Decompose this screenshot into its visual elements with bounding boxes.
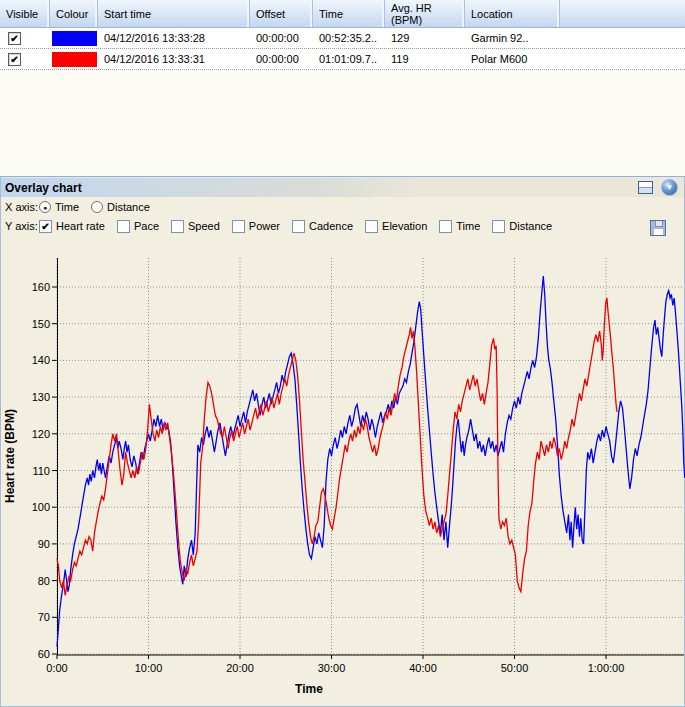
table-empty-area [0, 70, 685, 176]
column-header-colour[interactable]: Colour [50, 0, 98, 27]
checkbox-heart-rate[interactable]: ✔ [39, 220, 52, 233]
radio-time[interactable]: ● [39, 201, 51, 213]
column-header-offset[interactable]: Offset [250, 0, 313, 27]
y-tick-label: 100 [32, 501, 50, 513]
column-header-time[interactable]: Time [313, 0, 385, 27]
avg-hr-cell: 129 [385, 32, 465, 44]
panel-header: Overlay chart ▼ [1, 177, 684, 197]
chevron-down-icon: ▼ [666, 184, 674, 192]
checkbox-cadence[interactable] [292, 220, 305, 233]
radio-distance[interactable] [91, 201, 103, 213]
y-tick-label: 70 [38, 611, 50, 623]
y-tick-label: 90 [38, 538, 50, 550]
checkbox-time-label[interactable]: Time [456, 220, 480, 232]
x-tick-label: 20:00 [226, 662, 254, 674]
column-header-start-time[interactable]: Start time [98, 0, 250, 27]
time-cell: 01:01:09.7.. [313, 53, 385, 65]
visible-checkbox[interactable]: ✔ [8, 53, 21, 66]
visible-checkbox[interactable]: ✔ [8, 32, 21, 45]
window-icon[interactable] [638, 181, 653, 194]
save-icon[interactable] [650, 220, 666, 236]
y-tick-label: 130 [32, 391, 50, 403]
x-axis-title: Time [295, 682, 323, 696]
avg-hr-cell: 119 [385, 53, 465, 65]
x-tick-label: 1:00:00 [588, 662, 625, 674]
location-cell: Garmin 92.. [465, 32, 560, 44]
checkbox-cadence-label[interactable]: Cadence [309, 220, 353, 232]
y-axis-controls: Y axis: ✔ Heart rate Pace Speed Power Ca… [1, 217, 684, 245]
checkbox-heart-rate-label[interactable]: Heart rate [56, 220, 105, 232]
x-axis-label: X axis: [5, 201, 39, 213]
panel-title: Overlay chart [1, 181, 638, 195]
x-axis-controls: X axis: ● Time Distance [1, 197, 684, 217]
y-tick-label: 60 [38, 648, 50, 660]
check-icon: ✔ [41, 221, 49, 232]
series-line-0 [57, 276, 685, 647]
checkbox-time[interactable] [439, 220, 452, 233]
radio-distance-label[interactable]: Distance [107, 201, 150, 213]
checkbox-speed-label[interactable]: Speed [188, 220, 220, 232]
radio-dot: ● [43, 204, 47, 211]
colour-swatch[interactable] [52, 52, 97, 67]
table-row: ✔ 04/12/2016 13:33:28 00:00:00 00:52:35.… [0, 28, 685, 49]
x-tick-label: 30:00 [318, 662, 346, 674]
checkbox-distance-label[interactable]: Distance [509, 220, 552, 232]
colour-swatch[interactable] [52, 31, 97, 46]
column-header-visible[interactable]: Visible [0, 0, 50, 27]
y-tick-label: 80 [38, 575, 50, 587]
start-time-cell: 04/12/2016 13:33:31 [98, 53, 250, 65]
check-icon: ✔ [10, 33, 18, 44]
radio-time-label[interactable]: Time [55, 201, 79, 213]
x-tick-label: 10:00 [135, 662, 163, 674]
y-axis-title: Heart rate (BPM) [3, 409, 17, 503]
y-tick-label: 110 [32, 465, 50, 477]
checkbox-pace[interactable] [117, 220, 130, 233]
checkbox-elevation[interactable] [365, 220, 378, 233]
column-header-location[interactable]: Location [465, 0, 560, 27]
y-axis-label: Y axis: [5, 220, 39, 232]
y-tick-label: 120 [32, 428, 50, 440]
activity-table: Visible Colour Start time Offset Time Av… [0, 0, 685, 176]
x-tick-label: 0:00 [46, 662, 67, 674]
collapse-button[interactable]: ▼ [661, 179, 678, 196]
checkbox-speed[interactable] [171, 220, 184, 233]
checkbox-power-label[interactable]: Power [249, 220, 280, 232]
column-header-filler [560, 0, 685, 27]
check-icon: ✔ [10, 54, 18, 65]
x-tick-label: 40:00 [409, 662, 437, 674]
offset-cell: 00:00:00 [250, 32, 313, 44]
y-tick-label: 150 [32, 318, 50, 330]
start-time-cell: 04/12/2016 13:33:28 [98, 32, 250, 44]
table-header-row: Visible Colour Start time Offset Time Av… [0, 0, 685, 28]
column-header-avg-hr[interactable]: Avg. HR (BPM) [385, 0, 465, 27]
y-tick-label: 140 [32, 354, 50, 366]
checkbox-pace-label[interactable]: Pace [134, 220, 159, 232]
table-row: ✔ 04/12/2016 13:33:31 00:00:00 01:01:09.… [0, 49, 685, 70]
offset-cell: 00:00:00 [250, 53, 313, 65]
time-cell: 00:52:35.2.. [313, 32, 385, 44]
checkbox-power[interactable] [232, 220, 245, 233]
overlay-chart-panel: Overlay chart ▼ X axis: ● Time Distance … [0, 176, 685, 707]
heart-rate-overlay-chart[interactable]: 607080901001101201301401501600:0010:0020… [1, 245, 685, 707]
x-tick-label: 50:00 [501, 662, 529, 674]
checkbox-elevation-label[interactable]: Elevation [382, 220, 427, 232]
y-tick-label: 160 [32, 281, 50, 293]
checkbox-distance[interactable] [492, 220, 505, 233]
location-cell: Polar M600 [465, 53, 560, 65]
